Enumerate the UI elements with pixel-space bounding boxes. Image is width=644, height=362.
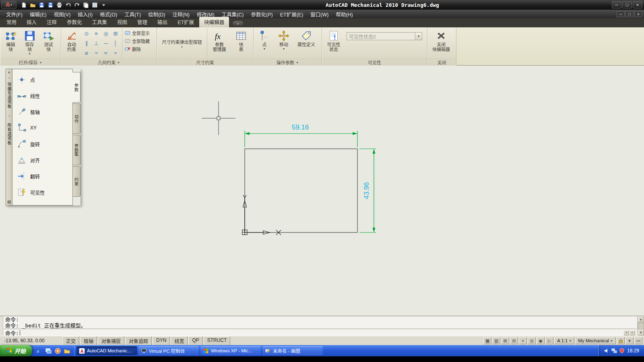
folders-icon[interactable] [63,347,71,355]
palette-properties-icon[interactable]: ▤ [6,199,12,204]
start-button[interactable]: 开始 [0,345,32,356]
pan-button[interactable]: + [519,337,527,344]
command-history[interactable]: 命令: 命令: _bedit 正在重生成模型。 [4,316,637,329]
qat-save-as-button[interactable] [46,1,54,8]
qat-undo-button[interactable] [64,1,72,8]
status-toggle[interactable]: QP [188,336,202,346]
command-window-splitter[interactable]: ◂ ▸ [623,330,635,335]
network-icon[interactable] [611,348,617,354]
qat-plot-button[interactable] [55,1,63,8]
close-block-editor-button[interactable]: 关闭块编辑器 [429,28,454,59]
volume-icon[interactable] [604,348,609,354]
quick-view-drawings-button[interactable]: ⊟ [510,337,518,344]
panel-geometric-label[interactable]: 几何约束 ▼ [61,59,157,66]
panel-action-label[interactable]: 操作参数 ▼ [254,59,322,66]
document-maximize-button[interactable]: □ [625,11,634,17]
status-toggle[interactable]: 极轴 [80,336,97,346]
ribbon-tab[interactable]: 注释 [42,17,62,27]
status-bar-menu-button[interactable]: ▾ [625,337,634,344]
palette-tab[interactable]: 参数集 [73,135,80,165]
layout-tab-button[interactable]: ▥ [492,337,500,344]
visibility-state-combo[interactable]: 可见性状态0 ▼ [347,32,422,40]
palette-item[interactable]: 极轴 [17,104,72,120]
model-tab-button[interactable]: ▦ [483,337,491,344]
hide-all-constraints-button[interactable]: 全部隐藏 [123,37,151,45]
qat-sheet-set-manager-button[interactable] [82,1,90,8]
qat-open-button[interactable] [29,1,37,8]
scroll-right-icon[interactable]: ▸ [630,330,635,335]
qat-redo-button[interactable] [73,1,81,8]
safety-icon[interactable] [619,348,625,354]
perpendicular-constraint-button[interactable]: ⊥ [91,38,101,48]
collinear-constraint-button[interactable]: ≡ [91,29,101,38]
menu-item[interactable]: 参数化(P) [247,9,276,19]
scroll-up-icon[interactable]: ▲ [638,317,644,322]
delete-constraints-button[interactable]: 删除 [123,45,151,53]
workspace-switcher-button[interactable]: My Mechanical ▼ [575,337,616,344]
menu-item[interactable]: 窗口(W) [307,9,332,19]
palette-tab[interactable]: 约束 [73,166,80,197]
task-autocad-button[interactable]: AAutoCAD Mechanic... [76,346,137,355]
annotation-scale-button[interactable]: A 1:1 ▼ [554,337,574,344]
vertical-constraint-button[interactable]: │ [111,38,120,48]
palette-title-bar[interactable]: ×▫ 块编写选项板 - 所有选项板 ▤ [6,69,12,206]
palette-item[interactable]: 点 [17,72,72,88]
show-motion-button[interactable]: ▷ [545,337,553,344]
block-table-button[interactable]: 块表 [230,28,252,59]
move-action-button[interactable]: 移动▼ [274,28,293,59]
panel-open-save-label[interactable]: 打开/保存 ▼ [0,59,61,66]
ribbon-tab[interactable]: 插入 [22,17,41,27]
task-paint-button[interactable]: 未命名 - 画图 [262,346,323,355]
coincident-constraint-button[interactable]: ⊙ [82,29,91,38]
visibility-states-button[interactable]: !可见性状态 [323,28,344,59]
document-close-button[interactable]: × [634,11,642,17]
status-toggle[interactable]: 线宽 [171,336,188,346]
status-toggle[interactable]: DYN [153,336,170,346]
concentric-constraint-button[interactable]: ◎ [101,29,111,38]
ribbon-tab[interactable]: 视图 [112,17,132,27]
close-button[interactable]: × [633,1,642,8]
qat-properties-button[interactable] [91,1,99,8]
palette-auto-hide-icon[interactable]: ▫ [6,75,12,80]
auto-constrain-button[interactable]: 自动约束 [62,28,81,59]
show-all-constraints-button[interactable]: 全部显示 [123,29,151,37]
palette-item[interactable]: 翻转 [17,168,72,184]
ribbon-tab[interactable]: 块编辑器 [199,17,229,27]
toolbar-lock-button[interactable] [617,337,625,344]
chevron-down-icon[interactable]: ▼ [415,33,422,40]
application-menu-button[interactable]: A ▾ [1,1,17,9]
symmetric-constraint-button[interactable]: ≍ [101,48,111,58]
equal-constraint-button[interactable]: = [111,48,120,58]
command-scrollbar[interactable]: ▲ ▼ [637,316,644,336]
scrollbar-thumb[interactable] [638,323,644,329]
palette-item[interactable]: 旋转 [17,136,72,152]
document-minimize-button[interactable]: ─ [617,11,625,17]
clock[interactable]: 16:29 [627,348,639,354]
palette-item[interactable]: 可见性 [17,184,72,200]
ribbon-tab[interactable]: 常用 [2,17,21,27]
horizontal-constraint-button[interactable]: ─ [101,38,111,48]
point-parameter-button[interactable]: 点▼ [255,28,274,59]
palette-tab[interactable]: 动作 [73,103,80,134]
show-desktop-icon[interactable] [45,347,52,355]
dimension-vertical-value[interactable]: 43.96 [363,175,371,207]
menu-item[interactable]: 帮助(H) [332,9,356,19]
task-virtualpc-button[interactable]: Virtual PC 控制台 [138,346,199,355]
parameters-manager-button[interactable]: fx参数管理器 [208,28,230,59]
internet-explorer-icon[interactable]: e [35,347,43,355]
qat-qat-menu-button[interactable] [99,1,107,8]
dimensional-constraint-flyout-button[interactable]: 尺寸约束弹出型按钮 ▾ [158,28,206,59]
steering-wheel-button[interactable]: ◉ [537,337,545,344]
ribbon-tab[interactable]: 管理 [132,17,152,27]
edit-block-button[interactable]: 编辑块 [1,28,20,59]
qat-new-button[interactable] [20,1,28,8]
dimension-horizontal-value[interactable]: 59.16 [284,123,316,132]
panel-visibility-label[interactable]: 可见性 [322,59,427,66]
maximize-button[interactable]: □ [622,1,632,8]
minimize-button[interactable]: ─ [612,1,621,8]
coordinates-readout[interactable]: -13.95, 60.33, 0.00 [2,337,61,344]
test-block-button[interactable]: 测试块 [39,28,58,59]
ribbon-tab[interactable]: 输出 [153,17,172,27]
ribbon-tab[interactable]: ET扩展 [173,17,199,27]
parallel-constraint-button[interactable]: ∥ [82,38,91,48]
